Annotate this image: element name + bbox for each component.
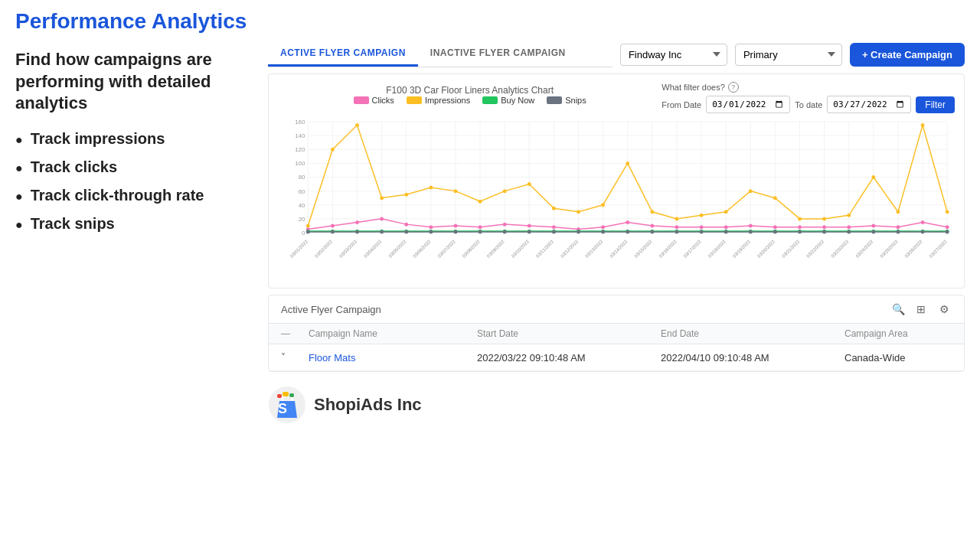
svg-text:140: 140 [295,132,305,139]
svg-point-162 [528,230,531,234]
campaign-link[interactable]: Floor Mats [309,352,355,364]
svg-point-166 [626,230,629,234]
svg-point-77 [429,186,433,190]
svg-point-100 [331,223,335,227]
filter-icon[interactable]: ⚙ [936,302,952,317]
svg-point-125 [946,225,949,229]
table-body: ˅Floor Mats2022/03/22 09:10:48 AM2022/04… [269,344,964,371]
svg-text:03/18/2022: 03/18/2022 [707,239,727,258]
filter-button[interactable]: Filter [916,96,955,113]
svg-point-156 [380,230,384,234]
svg-point-91 [773,196,777,200]
svg-point-153 [306,230,310,234]
svg-text:03/09/2022: 03/09/2022 [486,239,505,258]
top-controls: ACTIVE FLYER CAMPAIGNINACTIVE FLYER CAMP… [268,41,965,67]
expand-icon[interactable]: ˅ [281,352,309,363]
svg-point-124 [921,220,925,224]
svg-point-116 [724,225,728,229]
create-campaign-button[interactable]: + Create Campaign [850,43,965,67]
chart-filter-row: F100 3D Car Floor Liners Analytics Chart… [278,82,955,113]
svg-point-158 [429,230,433,234]
svg-point-78 [454,189,458,193]
svg-point-109 [552,225,556,229]
svg-point-113 [650,223,654,227]
svg-text:03/26/2022: 03/26/2022 [904,239,923,258]
svg-point-159 [454,230,458,234]
left-panel: Find how campaigns are performing with d… [15,41,253,424]
svg-point-120 [822,225,826,229]
svg-point-176 [871,230,875,234]
svg-text:20: 20 [299,216,305,223]
column-header: End Date [661,328,844,339]
svg-point-122 [871,223,875,227]
svg-point-160 [479,230,482,234]
svg-point-98 [946,210,949,214]
tab-1[interactable]: INACTIVE FLYER CAMPAIGN [418,41,578,67]
end-date-cell: 2022/04/10 09:10:48 AM [661,352,844,364]
table-row: ˅Floor Mats2022/03/22 09:10:48 AM2022/04… [269,344,964,371]
svg-point-168 [675,230,679,234]
legend-snips: Snips [547,96,586,105]
svg-text:03/04/2022: 03/04/2022 [363,239,382,258]
svg-point-73 [331,148,335,152]
svg-point-154 [331,230,335,234]
filter-section: What filter does? ? From Date To date Fi… [662,82,955,113]
column-header: — [281,328,309,339]
to-date-input[interactable] [827,96,911,113]
filter-help: What filter does? ? [662,82,739,93]
svg-point-84 [601,203,605,207]
svg-point-118 [773,225,777,229]
tagline: Find how campaigns are performing with d… [15,49,253,115]
campaign-name-cell[interactable]: Floor Mats [309,350,477,364]
svg-text:03/13/2022: 03/13/2022 [584,239,603,258]
svg-point-79 [479,200,482,204]
svg-text:03/08/2022: 03/08/2022 [462,239,481,258]
svg-point-171 [749,230,753,234]
grid-icon[interactable]: ⊞ [913,302,929,317]
svg-text:03/14/2022: 03/14/2022 [609,239,628,258]
svg-point-121 [847,225,851,229]
svg-point-172 [773,230,777,234]
svg-point-173 [798,230,802,234]
chart-svg: 02040608010012014016003/01/202203/02/202… [278,118,955,282]
from-date-label: From Date [662,100,701,109]
from-date-input[interactable] [706,96,790,113]
table-actions: 🔍 ⊞ ⚙ [890,302,952,317]
svg-point-89 [724,210,728,214]
chart-container: F100 3D Car Floor Liners Analytics Chart… [268,73,965,289]
column-header: Campaign Area [844,328,952,339]
svg-point-87 [675,217,679,220]
svg-point-94 [847,214,851,217]
svg-point-74 [355,123,359,127]
svg-point-167 [650,230,654,234]
type-dropdown[interactable]: PrimarySecondary [735,44,842,66]
svg-point-81 [528,182,531,186]
svg-text:03/02/2022: 03/02/2022 [314,239,333,258]
help-icon[interactable]: ? [728,82,739,93]
svg-point-107 [503,223,507,227]
company-dropdown[interactable]: Findway IncCompany BCompany C [620,44,727,66]
legend-row: ClicksImpressionsBuy NowSnips [278,96,662,105]
table-container: Active Flyer Campaign 🔍 ⊞ ⚙ —Campaign Na… [268,295,965,372]
svg-point-175 [847,230,851,234]
svg-text:80: 80 [299,174,305,181]
table-title: Active Flyer Campaign [281,304,381,315]
bullet-item: Track snips [15,215,253,233]
svg-text:03/23/2022: 03/23/2022 [830,239,849,258]
brand-name: ShopiAds Inc [314,395,422,415]
search-icon[interactable]: 🔍 [890,302,906,317]
svg-point-88 [700,214,704,217]
svg-text:03/21/2022: 03/21/2022 [781,239,800,258]
svg-point-86 [650,210,654,214]
svg-point-101 [355,220,359,224]
svg-point-164 [577,230,580,234]
svg-text:60: 60 [299,188,305,195]
legend-buy now: Buy Now [482,96,534,105]
svg-point-123 [897,225,900,229]
svg-point-161 [503,230,507,234]
tab-0[interactable]: ACTIVE FLYER CAMPAIGN [268,41,418,67]
svg-point-114 [675,225,679,229]
svg-text:03/19/2022: 03/19/2022 [732,239,751,258]
svg-point-163 [552,230,556,234]
main-content: Find how campaigns are performing with d… [15,41,965,424]
